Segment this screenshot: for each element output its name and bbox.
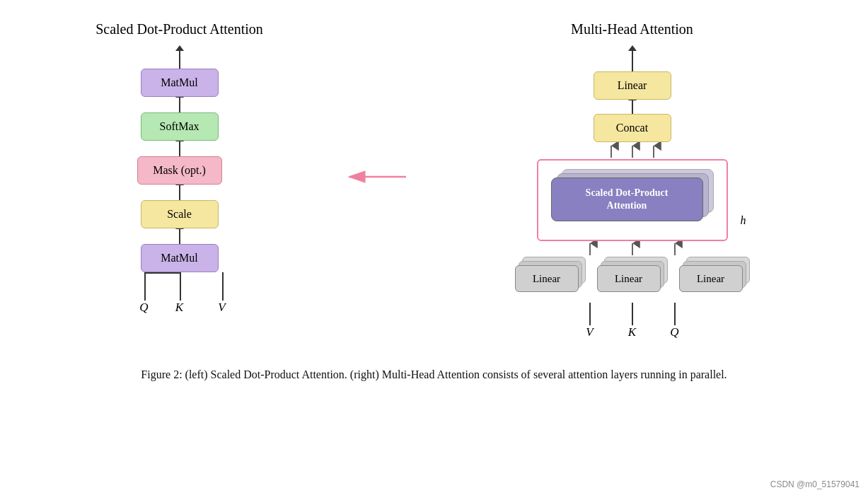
arrow-to-matmul-top	[179, 50, 180, 69]
label-q: Q	[139, 301, 148, 315]
box-matmul-top: MatMul	[141, 69, 219, 97]
arrow-to-mask	[179, 141, 180, 156]
left-diagram: Scaled Dot-Product Attention MatMul Soft…	[59, 21, 300, 322]
box-scale: Scale	[141, 200, 219, 228]
watermark: CSDN @m0_51579041	[770, 479, 860, 489]
qkv-section: Q K V	[109, 272, 250, 322]
three-up-arrows	[548, 142, 717, 159]
line-q	[144, 272, 146, 301]
right-diagram: Multi-Head Attention Linear Concat	[456, 21, 809, 345]
sdpa-stacked: Scaled Dot-ProductAttention	[551, 169, 714, 226]
three-linear-row: Linear Linear	[515, 257, 750, 303]
box-mask: Mask (opt.)	[137, 156, 222, 185]
arrow-to-concat	[632, 100, 633, 114]
right-flow: Linear Concat	[515, 50, 750, 345]
linear-front-k: Linear	[597, 265, 661, 292]
diagrams-row: Scaled Dot-Product Attention MatMul Soft…	[0, 0, 868, 345]
linear-front-v: Linear	[515, 265, 579, 292]
linear-stack-k: Linear	[597, 257, 668, 303]
h-label: h	[741, 214, 746, 227]
hline-qk	[144, 272, 181, 274]
arrow-to-linear-top	[632, 50, 633, 71]
arrow-to-matmul-bottom	[179, 228, 180, 244]
left-flow: MatMul SoftMax Mask (opt.) Scale	[109, 50, 250, 322]
pink-arrow-svg	[342, 163, 413, 191]
main-container: Scaled Dot-Product Attention MatMul Soft…	[0, 0, 868, 495]
linear-front-q: Linear	[679, 265, 743, 292]
three-down-arrows	[533, 241, 731, 257]
box-softmax: SoftMax	[141, 112, 219, 141]
linear-stack-v: Linear	[515, 257, 586, 303]
label-k: K	[175, 301, 183, 315]
label-k-right: K	[628, 325, 636, 339]
pink-arrow-container	[342, 163, 413, 191]
arrow-to-scale	[179, 185, 180, 200]
sdpa-front: Scaled Dot-ProductAttention	[551, 177, 703, 221]
box-concat: Concat	[594, 114, 671, 142]
label-v: V	[218, 301, 225, 315]
box-matmul-bottom: MatMul	[141, 244, 219, 272]
label-v-right: V	[586, 325, 593, 339]
sdpa-outer: Scaled Dot-ProductAttention h	[537, 159, 728, 241]
figure-caption: Figure 2: (left) Scaled Dot-Product Atte…	[98, 366, 769, 383]
linear-stack-q: Linear	[679, 257, 750, 303]
right-title: Multi-Head Attention	[571, 21, 693, 37]
vkq-section: V K Q	[533, 303, 731, 345]
left-title: Scaled Dot-Product Attention	[96, 21, 263, 37]
line-v	[222, 272, 224, 301]
label-q-right: Q	[670, 325, 678, 339]
box-linear-top: Linear	[594, 71, 671, 100]
arrow-to-softmax	[179, 97, 180, 112]
line-k	[180, 272, 181, 301]
